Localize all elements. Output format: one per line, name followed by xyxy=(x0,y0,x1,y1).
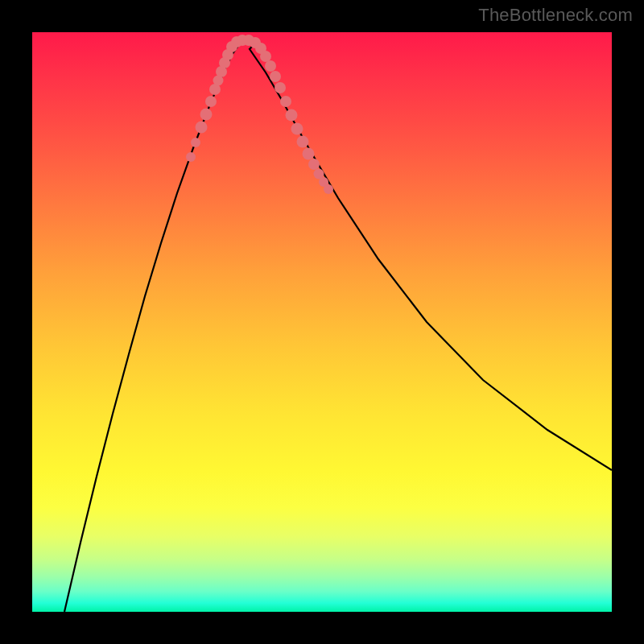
markers-group xyxy=(186,35,333,194)
data-marker xyxy=(286,109,298,122)
data-marker xyxy=(205,96,217,107)
data-marker xyxy=(308,159,320,170)
data-marker xyxy=(270,71,281,82)
curve-svg xyxy=(32,32,612,612)
watermark-text: TheBottleneck.com xyxy=(478,5,633,26)
data-marker xyxy=(260,51,271,62)
data-marker xyxy=(200,109,213,121)
data-marker xyxy=(191,138,200,147)
data-marker xyxy=(303,148,315,160)
bottleneck-curve xyxy=(64,40,612,613)
chart-frame: TheBottleneck.com xyxy=(0,0,644,644)
data-marker xyxy=(196,122,208,134)
data-marker xyxy=(297,136,309,148)
plot-area xyxy=(32,32,612,612)
data-marker xyxy=(324,184,333,194)
data-marker xyxy=(275,82,286,93)
data-marker xyxy=(280,96,291,107)
data-marker xyxy=(291,123,303,135)
data-marker xyxy=(186,152,196,162)
data-marker xyxy=(265,60,276,72)
